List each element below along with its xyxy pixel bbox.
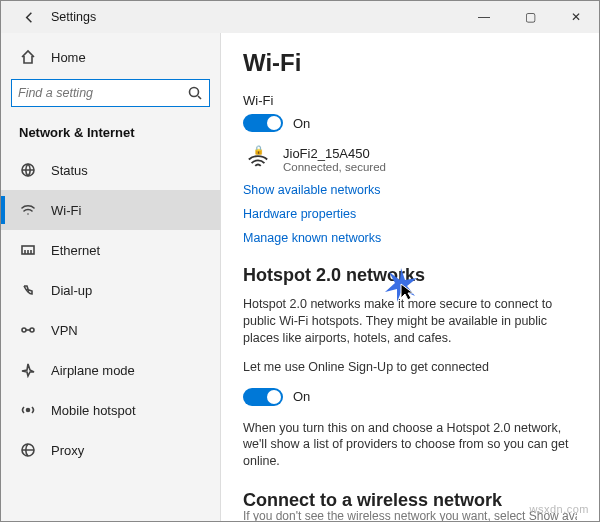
sidebar-item-label: Dial-up <box>51 283 92 298</box>
link-hardware-properties[interactable]: Hardware properties <box>243 207 577 221</box>
wifi-toggle-state: On <box>293 116 310 131</box>
sidebar-section-header: Network & Internet <box>1 119 220 150</box>
sidebar-item-vpn[interactable]: VPN <box>1 310 220 350</box>
arrow-left-icon <box>22 10 37 25</box>
sidebar-item-label: Airplane mode <box>51 363 135 378</box>
svg-point-0 <box>190 88 199 97</box>
sidebar-item-wifi[interactable]: Wi-Fi <box>1 190 220 230</box>
signup-label: Let me use Online Sign-Up to get connect… <box>243 359 577 376</box>
ethernet-icon <box>19 242 37 258</box>
back-button[interactable] <box>15 3 43 31</box>
sidebar-item-label: Ethernet <box>51 243 100 258</box>
sidebar-home[interactable]: Home <box>1 43 220 75</box>
vpn-icon <box>19 322 37 338</box>
truncated-text: If you don't see the wireless network yo… <box>243 509 577 521</box>
sidebar-item-hotspot[interactable]: Mobile hotspot <box>1 390 220 430</box>
sidebar-item-label: Status <box>51 163 88 178</box>
sidebar-item-label: Wi-Fi <box>51 203 81 218</box>
sidebar-item-proxy[interactable]: Proxy <box>1 430 220 470</box>
title-bar: Settings — ▢ ✕ <box>1 1 599 33</box>
maximize-button[interactable]: ▢ <box>507 1 553 33</box>
sidebar-home-label: Home <box>51 50 86 65</box>
sidebar-item-label: VPN <box>51 323 78 338</box>
signup-toggle[interactable] <box>243 388 283 406</box>
search-input-wrap[interactable] <box>11 79 210 107</box>
network-state: Connected, secured <box>283 161 386 173</box>
sidebar-item-airplane[interactable]: Airplane mode <box>1 350 220 390</box>
network-ssid: JioFi2_15A450 <box>283 146 386 161</box>
sidebar: Home Network & Internet Status Wi-Fi Eth… <box>1 33 221 521</box>
wifi-signal-icon <box>247 154 269 169</box>
signup-note: When you turn this on and choose a Hotsp… <box>243 420 577 471</box>
sidebar-item-label: Mobile hotspot <box>51 403 136 418</box>
sidebar-item-label: Proxy <box>51 443 84 458</box>
hotspot2-heading: Hotspot 2.0 networks <box>243 265 577 286</box>
signup-toggle-state: On <box>293 389 310 404</box>
sidebar-item-status[interactable]: Status <box>1 150 220 190</box>
main-pane: Wi-Fi Wi-Fi On 🔒 JioFi2_15A450 Connected… <box>221 33 599 521</box>
svg-point-3 <box>22 328 26 332</box>
current-network-row[interactable]: 🔒 JioFi2_15A450 Connected, secured <box>243 146 577 173</box>
sidebar-item-ethernet[interactable]: Ethernet <box>1 230 220 270</box>
svg-point-5 <box>27 409 30 412</box>
minimize-button[interactable]: — <box>461 1 507 33</box>
watermark: wsxdn.com <box>529 503 589 515</box>
hotspot-icon <box>19 402 37 418</box>
wifi-toggle[interactable] <box>243 114 283 132</box>
hotspot2-desc: Hotspot 2.0 networks make it more secure… <box>243 296 577 347</box>
airplane-icon <box>19 362 37 378</box>
wifi-icon <box>19 202 37 218</box>
close-button[interactable]: ✕ <box>553 1 599 33</box>
wifi-toggle-label: Wi-Fi <box>243 93 577 108</box>
sidebar-item-dialup[interactable]: Dial-up <box>1 270 220 310</box>
link-show-available[interactable]: Show available networks <box>243 183 577 197</box>
page-title: Wi-Fi <box>243 49 577 77</box>
proxy-icon <box>19 442 37 458</box>
lock-icon: 🔒 <box>253 146 264 154</box>
link-manage-known[interactable]: Manage known networks <box>243 231 577 245</box>
search-icon <box>187 85 203 101</box>
search-input[interactable] <box>18 80 187 106</box>
window-title: Settings <box>51 10 96 24</box>
home-icon <box>19 49 37 65</box>
svg-point-4 <box>30 328 34 332</box>
status-icon <box>19 162 37 178</box>
dialup-icon <box>19 282 37 298</box>
connect-heading: Connect to a wireless network <box>243 490 577 511</box>
